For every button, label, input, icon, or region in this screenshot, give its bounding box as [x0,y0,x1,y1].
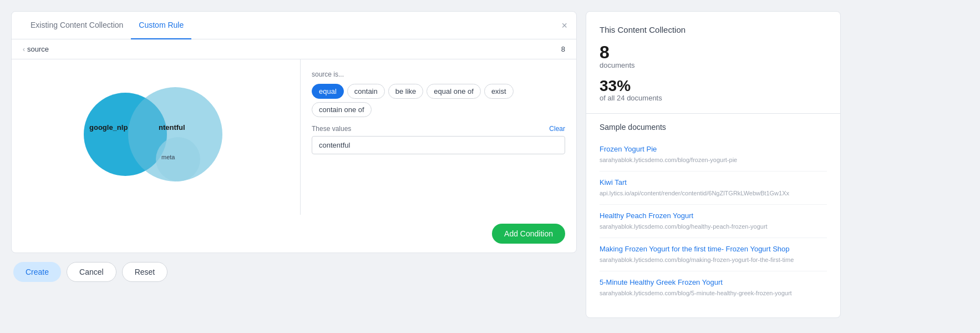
filter-area: source is... equalcontainbe likeequal on… [300,59,576,215]
source-row: ‹ source 8 [12,39,576,59]
tabs-bar: Existing Content Collection Custom Rule … [12,12,576,39]
doc-count: 8 [600,43,827,61]
percent-stat: 33% [600,78,827,94]
filter-title: source is... [312,70,565,78]
sample-title: Sample documents [600,123,827,132]
sample-link[interactable]: Frozen Yogurt Pie [600,145,827,153]
chip-contain_one_of[interactable]: contain one of [312,102,372,117]
percent-sub: of all 24 documents [600,94,827,102]
venn-label-meta: meta [161,154,175,160]
chip-contain[interactable]: contain [347,84,385,99]
sample-item: Healthy Peach Frozen Yogurtsarahyablok.l… [600,205,827,238]
source-label[interactable]: ‹ source [23,45,49,53]
add-condition-button[interactable]: Add Condition [492,224,565,244]
add-condition-row: Add Condition [12,215,576,253]
sample-link[interactable]: Healthy Peach Frozen Yogurt [600,211,827,220]
values-input[interactable] [312,136,565,154]
chip-be_like[interactable]: be like [388,84,424,99]
sample-url: sarahyablok.lyticsdemo.com/blog/making-f… [600,256,794,263]
cancel-button[interactable]: Cancel [67,262,116,282]
sample-url: sarahyablok.lyticsdemo.com/blog/5-minute… [600,290,792,296]
bottom-row: Create Cancel Reset [11,262,577,282]
sample-item: Kiwi Tartapi.lytics.io/api/content/rende… [600,171,827,205]
reset-button[interactable]: Reset [122,262,168,282]
values-label: These values [312,125,351,133]
chip-equal[interactable]: equal [312,84,344,99]
chevron-icon: ‹ [23,46,25,53]
chip-equal_one_of[interactable]: equal one of [426,84,481,99]
create-button[interactable]: Create [13,262,61,282]
clear-button[interactable]: Clear [549,125,565,133]
sample-item: 5-Minute Healthy Greek Frozen Yogurtsara… [600,271,827,304]
sample-url: sarahyablok.lyticsdemo.com/blog/healthy-… [600,223,768,230]
tab-custom[interactable]: Custom Rule [131,12,191,39]
samples-list: Frozen Yogurt Piesarahyablok.lyticsdemo.… [600,138,827,304]
divider [586,113,840,114]
sample-url: api.lytics.io/api/content/render/content… [600,190,789,196]
sample-link[interactable]: Making Frozen Yogurt for the first time-… [600,245,827,253]
source-count: 8 [561,45,565,53]
venn-label-contentful: ntentful [159,123,185,132]
content-area: google_nlp ntentful meta source is... eq… [12,59,576,215]
chip-exist[interactable]: exist [484,84,514,99]
tab-existing[interactable]: Existing Content Collection [23,12,131,39]
venn-diagram: google_nlp ntentful meta [73,82,239,193]
values-header: These values Clear [312,125,565,133]
venn-area: google_nlp ntentful meta [12,59,300,215]
sample-url: sarahyablok.lyticsdemo.com/blog/frozen-y… [600,157,737,163]
sample-item: Making Frozen Yogurt for the first time-… [600,238,827,271]
doc-label: documents [600,61,827,69]
rule-card: Existing Content Collection Custom Rule … [11,11,577,253]
close-button[interactable]: × [561,21,567,31]
right-panel: This Content Collection 8 documents 33% … [586,11,841,318]
sample-link[interactable]: Kiwi Tart [600,178,827,186]
source-name: source [27,45,49,53]
venn-label-google: google_nlp [89,123,128,132]
filter-chips: equalcontainbe likeequal one ofexistcont… [312,84,565,117]
right-card: This Content Collection 8 documents 33% … [586,11,841,318]
sample-link[interactable]: 5-Minute Healthy Greek Frozen Yogurt [600,278,827,286]
main-panel: Existing Content Collection Custom Rule … [11,11,577,282]
right-title: This Content Collection [600,25,827,34]
sample-item: Frozen Yogurt Piesarahyablok.lyticsdemo.… [600,138,827,171]
